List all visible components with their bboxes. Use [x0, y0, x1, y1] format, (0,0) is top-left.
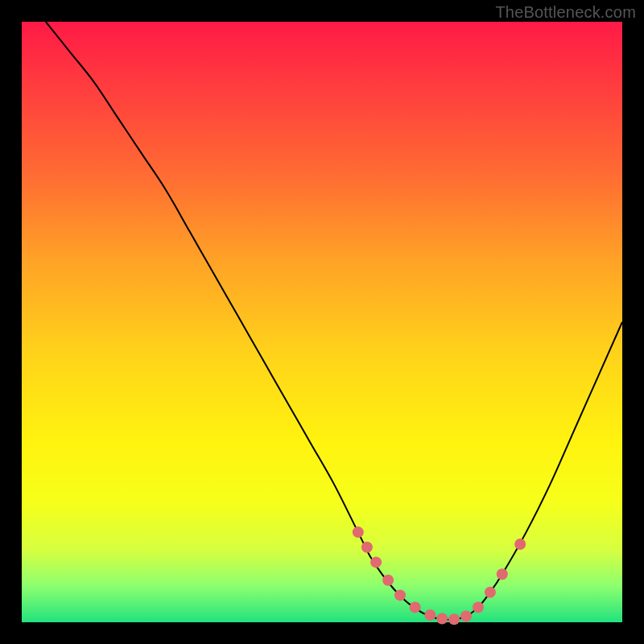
data-marker — [370, 556, 382, 568]
data-marker — [424, 609, 436, 621]
data-marker — [514, 539, 526, 550]
data-marker — [448, 613, 460, 625]
bottleneck-curve — [46, 22, 622, 620]
marker-group — [353, 526, 526, 625]
data-marker — [410, 601, 421, 613]
data-marker — [353, 526, 364, 538]
chart-svg — [22, 22, 622, 622]
data-marker — [394, 589, 406, 601]
data-marker — [497, 568, 508, 580]
data-marker — [436, 613, 448, 625]
data-marker — [460, 611, 472, 622]
data-marker — [485, 587, 496, 598]
data-marker — [382, 575, 394, 586]
attribution-text: TheBottleneck.com — [495, 3, 636, 22]
data-marker — [473, 601, 484, 613]
data-marker — [361, 542, 373, 553]
